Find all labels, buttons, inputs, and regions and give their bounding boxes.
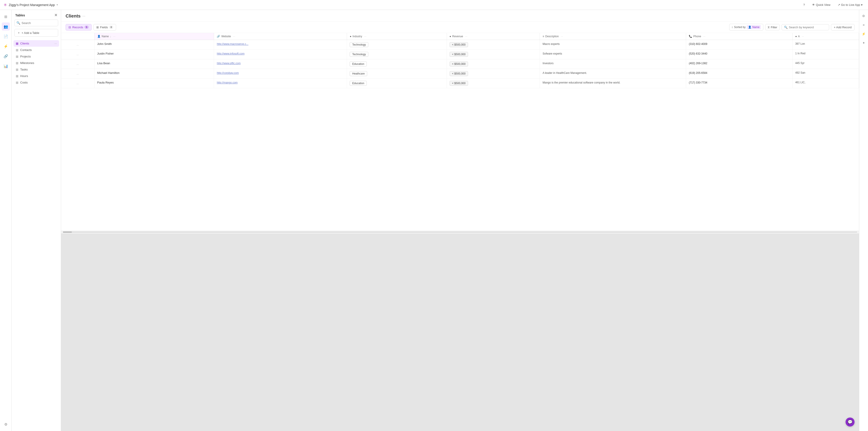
chat-bubble-button[interactable]: 💬 — [845, 418, 855, 427]
toolbar-right: ↕ Sorted by 👤 Name ⧖ Filter 🔍 + Add R — [729, 24, 855, 31]
row-website-cell[interactable]: http://mango.com — [214, 78, 347, 88]
close-icon[interactable]: ✕ — [54, 13, 57, 17]
sidebar-item-label: Milestones — [20, 61, 34, 65]
col-industry[interactable]: ● Industry ··· — [347, 33, 447, 40]
sorted-by-field-badge: 👤 Name — [747, 25, 761, 29]
scrollbar-thumb[interactable] — [63, 231, 72, 233]
right-panel-lightning-icon[interactable]: ⚡ — [860, 31, 867, 37]
item-dots-icon[interactable]: ··· — [54, 42, 57, 45]
col-industry-label: Industry — [352, 35, 362, 38]
table-row: ... John Smith http://www.macroserve.c..… — [61, 40, 859, 49]
sidebar-search-box[interactable]: 🔍 — [14, 20, 58, 26]
row-website-cell[interactable]: http://corpbay.com — [214, 69, 347, 78]
col-revenue[interactable]: ● Revenue ··· — [447, 33, 540, 40]
add-table-button[interactable]: ＋ + Add a Table — [14, 29, 58, 37]
quick-view-button[interactable]: 👁 Quick View — [810, 2, 832, 7]
col-options-icon[interactable]: ··· — [364, 35, 366, 38]
help-icon: ? — [803, 3, 805, 6]
sidebar-item-milestones[interactable]: ▦ Milestones — [13, 60, 59, 66]
add-record-button[interactable]: + Add Record — [831, 24, 855, 31]
row-website-cell[interactable]: http://www.infosoft.com — [214, 49, 347, 59]
col-options-icon[interactable]: ··· — [703, 35, 705, 38]
page-options-icon[interactable]: ··· — [83, 14, 85, 18]
right-panel-cross-icon[interactable]: ✦ — [860, 39, 867, 46]
sidebar-search-input[interactable] — [22, 21, 56, 25]
sidebar-item-hours[interactable]: ▦ Hours — [13, 73, 59, 79]
row-phone-cell: (402) 269-1382 — [686, 59, 793, 69]
chevron-down-icon[interactable]: ▾ — [57, 3, 58, 6]
industry-tag: Heathcare — [350, 71, 367, 76]
search-keyword-input[interactable] — [789, 26, 827, 29]
table-icon: ▦ — [16, 81, 19, 84]
row-phone-cell: (619) 205-6584 — [686, 69, 793, 78]
right-panel-settings-icon[interactable]: ⚙ — [860, 12, 867, 19]
row-website-cell[interactable]: http://www.pfllc.com — [214, 59, 347, 69]
col-description-label: Description — [545, 35, 559, 38]
row-dots[interactable]: ... — [61, 59, 94, 69]
topbar-left: ✳ Ziggy's Project Management App ▾ — [4, 2, 58, 7]
table-icon: ▦ — [16, 42, 19, 45]
sidebar-item-contacts[interactable]: ▦ Contacts — [13, 47, 59, 53]
col-options-icon[interactable]: ··· — [802, 35, 804, 38]
fields-count-badge: 8 — [109, 26, 113, 29]
search-keyword-box[interactable]: 🔍 — [781, 24, 829, 30]
phone-text: (520) 632-3440 — [689, 52, 707, 55]
row-industry-cell: Heathcare — [347, 69, 447, 78]
revenue-tag: < $500,000 — [450, 71, 468, 76]
website-link[interactable]: http://mango.com — [217, 81, 238, 84]
sort-desc-icon[interactable]: ↓ — [110, 35, 112, 38]
icon-bar-tables[interactable]: 👥 — [2, 23, 10, 31]
right-panel-menu-icon[interactable]: ≡ — [860, 22, 867, 28]
col-description[interactable]: ≡ Description ··· — [540, 33, 686, 40]
circle-icon: ● — [350, 35, 351, 38]
records-tab[interactable]: ⊟ Records 5 — [66, 24, 92, 31]
row-name-cell: Justin Fisher — [94, 49, 214, 59]
circle-icon: ● — [450, 35, 451, 38]
row-website-cell[interactable]: http://www.macroserve.c... — [214, 40, 347, 49]
icon-bar-grid[interactable]: ⊞ — [2, 12, 10, 21]
website-link[interactable]: http://www.pfllc.com — [217, 62, 241, 65]
sorted-by-button[interactable]: ↕ Sorted by 👤 Name — [729, 24, 763, 31]
col-options-icon[interactable]: ··· — [561, 35, 563, 38]
row-name-cell: Lisa Bean — [94, 59, 214, 69]
col-website[interactable]: 🔗 Website ··· — [214, 33, 347, 40]
row-name-cell: John Smith — [94, 40, 214, 49]
website-link[interactable]: http://www.macroserve.c... — [217, 42, 248, 45]
website-link[interactable]: http://corpbay.com — [217, 71, 239, 74]
sidebar-nav: ▦ Clients ··· ▦ Contacts ▦ Projects ▦ Mi… — [12, 39, 61, 431]
icon-bar-integrations[interactable]: 🔗 — [2, 52, 10, 60]
icon-bar-settings[interactable]: ⚙ — [2, 420, 10, 428]
website-link[interactable]: http://www.infosoft.com — [217, 52, 244, 55]
help-button[interactable]: ? — [802, 2, 807, 7]
page-header: Clients ··· — [61, 10, 859, 22]
col-options-icon[interactable]: ··· — [233, 35, 235, 38]
sidebar-item-tasks[interactable]: ▦ Tasks — [13, 66, 59, 73]
icon-bar-charts[interactable]: 📊 — [2, 62, 10, 70]
row-dots[interactable]: ... — [61, 78, 94, 88]
filter-button[interactable]: ⧖ Filter — [765, 24, 780, 30]
revenue-tag: < $500,000 — [450, 81, 468, 86]
sidebar-item-clients[interactable]: ▦ Clients ··· — [13, 40, 59, 47]
phone-text: (402) 269-1382 — [689, 62, 707, 65]
col-options-icon[interactable]: ··· — [465, 35, 467, 38]
table-row: ... Lisa Bean http://www.pfllc.com Educa… — [61, 59, 859, 69]
col-name[interactable]: 👤 Name ↓ ··· — [94, 33, 214, 40]
lines-icon: ≡ — [542, 35, 544, 38]
row-dots[interactable]: ... — [61, 49, 94, 59]
col-extra[interactable]: ● A ··· — [792, 33, 859, 40]
sidebar-item-projects[interactable]: ▦ Projects — [13, 53, 59, 60]
live-app-button[interactable]: ↗ Go to Live App ▾ — [836, 2, 864, 7]
app-title: Ziggy's Project Management App — [9, 3, 55, 7]
revenue-tag: < $500,000 — [450, 62, 468, 66]
icon-bar-pages[interactable]: 📄 — [2, 32, 10, 40]
row-dots[interactable]: ... — [61, 69, 94, 78]
sidebar-item-costs[interactable]: ▦ Costs — [13, 79, 59, 86]
icon-bar-automations[interactable]: ⚡ — [2, 42, 10, 50]
col-phone[interactable]: 📞 Phone ··· — [686, 33, 793, 40]
col-options-icon[interactable]: ··· — [113, 35, 116, 38]
row-revenue-cell: < $500,000 — [447, 78, 540, 88]
description-text: Macro experts — [542, 42, 560, 45]
row-dots[interactable]: ... — [61, 40, 94, 49]
fields-tab[interactable]: ⊞ Fields 8 — [93, 24, 116, 31]
scrollbar-area[interactable] — [61, 231, 859, 233]
